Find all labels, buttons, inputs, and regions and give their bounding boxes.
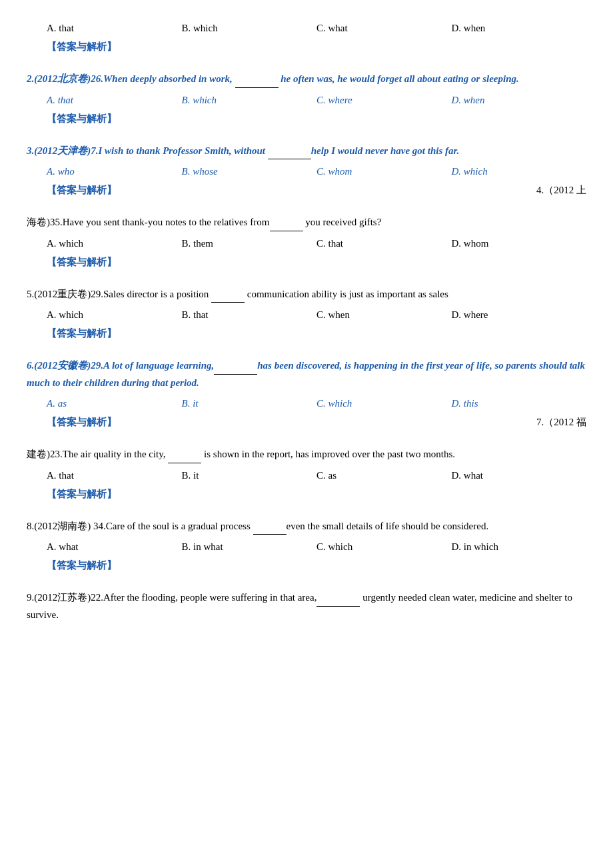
question-3-text: 3.(2012天津卷)7.I wish to thank Professor S… — [27, 143, 586, 160]
answer-link-5[interactable]: 【答案与解析】 — [27, 325, 117, 341]
answer-row-3: 【答案与解析】 4.（2012 上 — [27, 182, 586, 205]
option-a: A. that — [47, 92, 182, 108]
option-d: D. where — [452, 307, 587, 323]
option-b: B. it — [182, 467, 317, 483]
option-c: C. which — [316, 539, 452, 555]
option-d: D. whom — [452, 235, 587, 251]
option-a: A. which — [47, 235, 182, 251]
option-d: D. when — [452, 92, 587, 108]
option-a: A. that — [47, 20, 182, 36]
option-c: C. when — [316, 307, 452, 323]
option-a: A. what — [47, 539, 182, 555]
question-5-options: A. which B. that C. when D. where — [27, 307, 586, 323]
question-7-options: A. that B. it C. as D. what — [27, 467, 586, 483]
page-content: A. that B. which C. what D. when 【答案与解析】… — [27, 20, 586, 623]
question-9-text: 9.(2012江苏卷)22.After the flooding, people… — [27, 589, 586, 623]
question-3-options: A. who B. whose C. whom D. which — [27, 163, 586, 179]
answer-row-6: 【答案与解析】 7.（2012 福 — [27, 414, 586, 437]
question-4: 海卷)35.Have you sent thank-you notes to t… — [27, 214, 586, 277]
option-c: C. what — [316, 20, 452, 36]
question-2-options: A. that B. which C. where D. when — [27, 92, 586, 108]
option-d: D. this — [452, 395, 587, 411]
question-3: 3.(2012天津卷)7.I wish to thank Professor S… — [27, 143, 586, 205]
answer-link-6[interactable]: 【答案与解析】 — [27, 414, 117, 430]
option-a: A. who — [47, 163, 182, 179]
question-5-text: 5.(2012重庆卷)29.Sales director is a positi… — [27, 286, 586, 303]
option-b: B. in what — [182, 539, 317, 555]
option-a: A. that — [47, 467, 182, 483]
answer-link-2[interactable]: 【答案与解析】 — [27, 111, 117, 127]
answer-link-8[interactable]: 【答案与解析】 — [27, 557, 117, 573]
question-4-text: 海卷)35.Have you sent thank-you notes to t… — [27, 214, 586, 231]
question-8: 8.(2012湖南卷) 34.Care of the soul is a gra… — [27, 518, 586, 581]
option-d: D. in which — [452, 539, 587, 555]
option-d: D. which — [452, 163, 587, 179]
option-d: D. when — [452, 20, 587, 36]
question-6: 6.(2012安徽卷)29.A lot of language learning… — [27, 357, 586, 437]
option-a: A. as — [47, 395, 182, 411]
option-b: B. it — [182, 395, 317, 411]
option-c: C. as — [316, 467, 452, 483]
option-c: C. that — [316, 235, 452, 251]
option-c: C. whom — [316, 163, 452, 179]
question-2: 2.(2012北京卷)26.When deeply absorbed in wo… — [27, 71, 586, 133]
answer-link-3[interactable]: 【答案与解析】 — [27, 182, 117, 198]
option-b: B. which — [182, 92, 317, 108]
option-c: C. where — [316, 92, 452, 108]
question-5: 5.(2012重庆卷)29.Sales director is a positi… — [27, 286, 586, 349]
option-b: B. which — [182, 20, 317, 36]
question-2-text: 2.(2012北京卷)26.When deeply absorbed in wo… — [27, 71, 586, 88]
options-row: A. that B. which C. what D. when — [27, 20, 586, 36]
question-8-text: 8.(2012湖南卷) 34.Care of the soul is a gra… — [27, 518, 586, 535]
question-8-options: A. what B. in what C. which D. in which — [27, 539, 586, 555]
answer-link-1[interactable]: 【答案与解析】 — [27, 39, 117, 55]
option-b: B. whose — [182, 163, 317, 179]
option-a: A. which — [47, 307, 182, 323]
option-b: B. them — [182, 235, 317, 251]
question-7-label: 7.（2012 福 — [536, 414, 586, 430]
question-6-options: A. as B. it C. which D. this — [27, 395, 586, 411]
option-c: C. which — [316, 395, 452, 411]
answer-link-4[interactable]: 【答案与解析】 — [27, 254, 117, 270]
question-4-label: 4.（2012 上 — [536, 182, 586, 198]
question-9: 9.(2012江苏卷)22.After the flooding, people… — [27, 589, 586, 623]
question-6-text: 6.(2012安徽卷)29.A lot of language learning… — [27, 357, 586, 391]
option-d: D. what — [452, 467, 587, 483]
question-1-options: A. that B. which C. what D. when 【答案与解析】 — [27, 20, 586, 61]
answer-link-7[interactable]: 【答案与解析】 — [27, 486, 117, 502]
option-b: B. that — [182, 307, 317, 323]
question-7: 建卷)23.The air quality in the city, is sh… — [27, 446, 586, 509]
question-4-options: A. which B. them C. that D. whom — [27, 235, 586, 251]
question-7-text: 建卷)23.The air quality in the city, is sh… — [27, 446, 586, 463]
